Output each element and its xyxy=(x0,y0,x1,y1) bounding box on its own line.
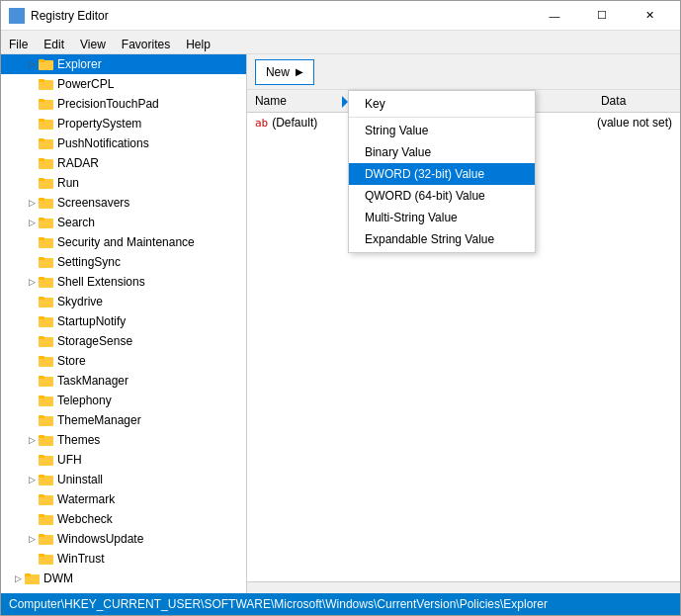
tree-label: WindowsUpdate xyxy=(57,532,143,546)
menu-entry-key[interactable]: Key xyxy=(349,93,535,115)
tree-pane[interactable]: ▷ Explorer PowerCPL Precision xyxy=(1,54,247,593)
menu-entry-expandable-string[interactable]: Expandable String Value xyxy=(349,228,535,250)
minimize-button[interactable]: — xyxy=(532,6,577,26)
svg-rect-14 xyxy=(39,138,44,141)
tree-item-security-and-maintenance[interactable]: Security and Maintenance xyxy=(1,232,246,252)
tree-item-telephony[interactable]: Telephony xyxy=(1,391,246,410)
svg-rect-50 xyxy=(39,494,44,497)
svg-rect-16 xyxy=(39,158,44,161)
menu-file[interactable]: File xyxy=(1,33,36,51)
folder-icon xyxy=(39,453,54,467)
svg-rect-36 xyxy=(39,356,44,359)
svg-rect-30 xyxy=(39,297,44,300)
svg-rect-44 xyxy=(39,435,44,438)
svg-rect-18 xyxy=(39,178,44,181)
tree-label: Explorer xyxy=(57,57,102,71)
tree-label: PrecisionTouchPad xyxy=(57,97,159,111)
tree-item-windowsupdate[interactable]: ▷ WindowsUpdate xyxy=(1,529,246,549)
col-header-data[interactable]: Data xyxy=(593,92,680,110)
tree-label: Themes xyxy=(57,433,100,447)
svg-rect-54 xyxy=(39,534,44,537)
new-button[interactable]: New ▶ xyxy=(255,59,314,85)
maximize-button[interactable]: ☐ xyxy=(579,6,625,26)
chevron-icon: ▷ xyxy=(25,534,39,544)
tree-item-wintrust[interactable]: WinTrust xyxy=(1,549,246,569)
tree-label: Shell Extensions xyxy=(57,275,145,289)
svg-rect-52 xyxy=(39,514,44,517)
registry-editor-window: Registry Editor — ☐ ✕ File Edit View Fav… xyxy=(0,0,681,616)
menu-entry-string-value[interactable]: String Value xyxy=(349,120,535,141)
new-button-label: New xyxy=(266,65,290,79)
tree-label: StartupNotify xyxy=(57,314,126,328)
svg-rect-8 xyxy=(39,79,44,82)
folder-icon xyxy=(39,354,54,368)
svg-rect-6 xyxy=(39,59,44,62)
tree-item-precisiontouchpad[interactable]: PrecisionTouchPad xyxy=(1,94,246,114)
folder-icon xyxy=(39,255,54,269)
tree-item-settingsync[interactable]: SettingSync xyxy=(1,252,246,272)
menu-entry-multi-string[interactable]: Multi-String Value xyxy=(349,207,535,228)
tree-item-storagesense[interactable]: StorageSense xyxy=(1,331,246,351)
svg-rect-48 xyxy=(39,475,44,478)
svg-rect-2 xyxy=(11,17,16,22)
menu-entry-binary-value[interactable]: Binary Value xyxy=(349,141,535,163)
tree-item-uninstall[interactable]: ▷ Uninstall xyxy=(1,470,246,489)
tree-item-store[interactable]: Store xyxy=(1,351,246,371)
folder-icon xyxy=(39,492,54,506)
folder-icon xyxy=(39,433,54,447)
folder-icon xyxy=(39,334,54,348)
svg-rect-32 xyxy=(39,316,44,319)
chevron-icon: ▷ xyxy=(11,573,25,583)
reg-value-icon: ab xyxy=(255,117,268,130)
tree-item-screensavers[interactable]: ▷ Screensavers xyxy=(1,193,246,213)
tree-item-themes[interactable]: ▷ Themes xyxy=(1,430,246,450)
tree-item-dwm[interactable]: ▷ DWM xyxy=(1,569,246,588)
folder-icon xyxy=(39,136,54,150)
cell-data: (value not set) xyxy=(593,116,676,130)
tree-label: Screensavers xyxy=(57,196,129,210)
folder-icon xyxy=(39,117,54,131)
tree-item-pushnotifications[interactable]: PushNotifications xyxy=(1,133,246,153)
tree-item-skydrive[interactable]: Skydrive xyxy=(1,292,246,311)
tree-item-radar[interactable]: RADAR xyxy=(1,153,246,173)
tree-item-propertysystem[interactable]: PropertySystem xyxy=(1,114,246,133)
folder-icon xyxy=(39,176,54,190)
menu-entry-qword-value[interactable]: QWORD (64-bit) Value xyxy=(349,185,535,207)
tree-item-explorer[interactable]: ▷ Explorer xyxy=(1,54,246,74)
main-content: ▷ Explorer PowerCPL Precision xyxy=(1,54,680,593)
menu-separator xyxy=(349,117,535,118)
svg-rect-40 xyxy=(39,396,44,398)
tree-label: RADAR xyxy=(57,156,99,170)
tree-item-run[interactable]: Run xyxy=(1,173,246,193)
tree-item-shell-extensions[interactable]: ▷ Shell Extensions xyxy=(1,272,246,292)
tree-item-webcheck[interactable]: Webcheck xyxy=(1,509,246,529)
tree-item-watermark[interactable]: Watermark xyxy=(1,489,246,509)
menu-edit[interactable]: Edit xyxy=(36,33,72,51)
tree-item-search[interactable]: ▷ Search xyxy=(1,213,246,232)
svg-rect-10 xyxy=(39,99,44,102)
window-title: Registry Editor xyxy=(31,9,532,23)
close-button[interactable]: ✕ xyxy=(627,6,672,26)
menu-help[interactable]: Help xyxy=(178,33,218,51)
menu-favorites[interactable]: Favorites xyxy=(114,33,178,51)
svg-rect-34 xyxy=(39,336,44,339)
tree-item-taskmanager[interactable]: TaskManager xyxy=(1,371,246,391)
svg-rect-28 xyxy=(39,277,44,280)
folder-icon xyxy=(39,512,54,526)
horizontal-scrollbar[interactable] xyxy=(247,581,680,593)
menu-bar: File Edit View Favorites Help xyxy=(1,31,680,54)
folder-icon xyxy=(39,77,54,91)
status-bar: Computer\HKEY_CURRENT_USER\SOFTWARE\Micr… xyxy=(1,593,680,615)
tree-label: PowerCPL xyxy=(57,77,114,91)
menu-view[interactable]: View xyxy=(72,33,114,51)
tree-item-powercpl[interactable]: PowerCPL xyxy=(1,74,246,94)
menu-entry-dword-value[interactable]: DWORD (32-bit) Value xyxy=(349,163,535,185)
svg-rect-24 xyxy=(39,237,44,240)
tree-item-startupnotify[interactable]: StartupNotify xyxy=(1,311,246,331)
folder-icon xyxy=(39,156,54,170)
tree-item-ufh[interactable]: UFH xyxy=(1,450,246,470)
tree-item-thememanager[interactable]: ThemeManager xyxy=(1,410,246,430)
tree-item-roaming[interactable]: Roaming xyxy=(1,588,246,593)
tree-label: WinTrust xyxy=(57,552,105,566)
svg-rect-0 xyxy=(11,10,16,15)
